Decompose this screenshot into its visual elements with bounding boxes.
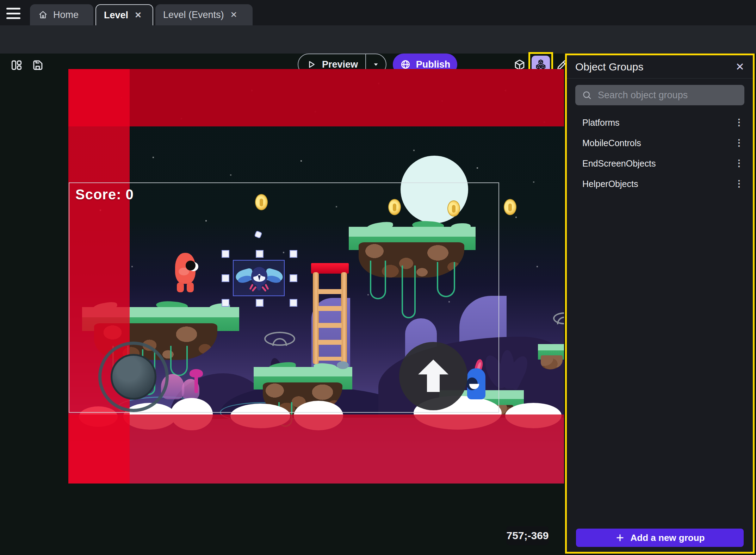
cursor-coordinates-badge: 757;-369 [506,526,549,545]
tab-label: Home [53,10,79,20]
toolbar: Preview Publish [0,25,756,54]
selection-handle-se[interactable] [290,299,297,307]
home-icon [38,10,48,20]
level-editor-window: Home Level ✕ Level (Events) ✕ Preview [0,0,756,555]
add-group-button[interactable]: Add a new group [576,529,744,547]
object-group-row[interactable]: HelperObjects ⋮ [567,174,753,194]
selection-handle-n[interactable] [256,250,264,258]
add-group-label: Add a new group [631,532,705,543]
selection-handle-nw[interactable] [222,250,229,258]
object-group-name: Platforms [582,118,620,128]
object-group-name: MobileControls [582,138,641,148]
object-group-row[interactable]: Platforms ⋮ [567,112,753,133]
editor-layout-icon[interactable] [10,58,23,72]
tab-home[interactable]: Home [30,4,93,25]
kebab-menu-icon[interactable]: ⋮ [735,161,744,166]
save-icon[interactable] [31,58,44,72]
selection-handle-sw[interactable] [222,299,229,307]
object-group-name: HelperObjects [582,179,638,189]
hamburger-menu-icon[interactable] [6,8,23,19]
tab-level[interactable]: Level ✕ [95,4,153,25]
grass-platform[interactable] [538,344,564,371]
close-panel-icon[interactable]: ✕ [736,62,744,72]
joystick-knob [111,354,156,400]
selection-handle-e[interactable] [290,274,297,282]
up-arrow-icon [418,360,448,392]
search-input[interactable] [598,90,738,101]
close-tab-icon[interactable]: ✕ [229,9,239,20]
selection-handle-ne[interactable] [290,250,297,258]
tab-level-events[interactable]: Level (Events) ✕ [155,4,253,25]
object-group-list: Platforms ⋮ MobileControls ⋮ EndScreenOb… [567,112,753,194]
tab-label: Level [104,10,128,21]
score-text: Score: 0 [75,187,134,202]
play-icon [306,59,316,70]
scene-canvas[interactable]: Score: 0 [68,69,564,484]
object-group-row[interactable]: MobileControls ⋮ [567,133,753,153]
object-group-row[interactable]: EndScreenObjects ⋮ [567,153,753,174]
selection-handle-w[interactable] [222,274,229,282]
publish-label: Publish [416,59,451,70]
selection-handle-s[interactable] [256,299,264,307]
close-tab-icon[interactable]: ✕ [133,10,143,21]
coin-object[interactable] [504,199,516,215]
tab-label: Level (Events) [163,10,224,20]
kebab-menu-icon[interactable]: ⋮ [735,120,744,125]
selected-fly-enemy[interactable] [233,260,285,296]
tab-bar: Home Level ✕ Level (Events) ✕ [0,0,756,25]
panel-title: Object Groups [575,61,643,73]
globe-icon [400,59,411,70]
kebab-menu-icon[interactable]: ⋮ [735,140,744,146]
search-box [575,85,744,105]
chevron-down-icon [371,60,380,69]
red-overlay-bottom[interactable] [68,414,564,484]
preview-label: Preview [322,59,358,70]
kebab-menu-icon[interactable]: ⋮ [735,181,744,187]
panel-header: Object Groups ✕ [567,55,753,79]
virtual-joystick-object[interactable] [98,342,169,412]
object-groups-panel: Object Groups ✕ Platforms ⋮ MobileContro… [565,54,755,554]
red-overlay-top[interactable] [68,69,564,126]
search-icon [582,90,592,100]
object-group-name: EndScreenObjects [582,158,656,169]
plus-icon [615,533,625,543]
jump-button-object[interactable] [399,342,467,410]
